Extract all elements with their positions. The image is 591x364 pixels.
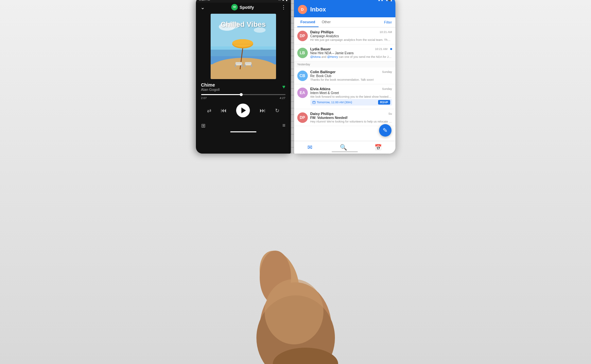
sender-name-5: Daisy Phillips [310,112,334,116]
more-icon[interactable]: ⋮ [281,4,286,10]
email-subject-4: Intern Meet & Greet [310,91,392,95]
svg-rect-31 [291,16,294,17]
mention-henry: @Henry [327,55,338,58]
email-subject-5: FW: Volunteers Needed! [310,116,392,120]
email-screen: ▲▲ ▲ ▮ D Inbox Focused Oth [294,0,395,154]
progress-fill [201,94,242,95]
svg-rect-49 [291,134,294,135]
filter-button[interactable]: Filter [384,20,392,24]
nav-search-icon[interactable]: 🔍 [340,144,347,151]
album-art[interactable]: Chilled Vibes [211,14,276,79]
spotify-status-bar: 6:18 PM ✉ ▲ ▮ [196,0,291,3]
spotify-header: ⌄ Spotify ⋮ [196,3,291,12]
svg-rect-44 [291,101,294,102]
svg-rect-40 [291,75,294,76]
play-button[interactable] [236,104,250,117]
repeat-button[interactable]: ↻ [275,108,279,114]
queue-icon[interactable]: ≡ [282,123,285,129]
total-time: 4:27 [280,96,286,100]
svg-rect-22 [241,64,243,67]
current-time: 2:07 [201,96,207,100]
devices-icon[interactable]: ⊞ [201,123,205,129]
email-item[interactable]: DP Daisy Phillips 10:21 AM Campaign Anal… [294,27,395,44]
track-info: Chime Alan Gogoll ♥ [196,82,291,91]
svg-rect-42 [291,88,294,89]
svg-rect-45 [291,108,294,108]
msg-icon: ✉ [278,0,281,1]
email-time-3: Sunday [382,70,392,74]
calendar-chip[interactable]: Tomorrow, 11:00 AM (30m) RSVP [310,99,392,106]
progress-track[interactable] [201,94,286,95]
home-indicator-left [230,131,256,132]
email-preview-5: Hey Alumni! We're looking for volunteers… [310,120,392,123]
nav-calendar-icon[interactable]: 📅 [374,144,382,151]
svg-rect-34 [291,36,294,37]
svg-rect-36 [291,49,294,50]
svg-rect-24 [245,63,252,63]
email-content-1: Daisy Phillips 10:21 AM Campaign Analyti… [310,30,392,41]
sender-row-1: Daisy Phillips 10:21 AM [310,30,392,34]
email-list: DP Daisy Phillips 10:21 AM Campaign Anal… [294,27,395,126]
compose-button[interactable]: ✎ [379,124,391,137]
inbox-title: Inbox [310,6,326,13]
play-icon [241,108,246,113]
email-header: D Inbox [294,2,395,17]
chevron-down-icon[interactable]: ⌄ [200,4,205,10]
progress-container[interactable]: 2:07 4:27 [196,93,291,101]
track-name: Chime [201,82,220,88]
svg-rect-30 [291,10,294,10]
sender-name-4: Elvia Atkins [310,87,331,91]
tab-other[interactable]: Other [319,17,334,27]
sender-name-1: Daisy Phillips [310,30,334,34]
status-icons: ✉ ▲ ▮ [278,0,287,1]
scene: 6:18 PM ✉ ▲ ▮ ⌄ [0,0,591,364]
sender-name-2: Lydia Bauer [310,47,331,51]
svg-rect-38 [291,62,294,63]
email-subject-3: Re: Book Club [310,74,392,78]
svg-rect-21 [235,64,236,67]
email-preview-3: Thanks for the book recommendation. Talk… [310,78,392,81]
battery-icon: ▮ [286,0,287,1]
nav-mail-icon[interactable]: ✉ [307,144,312,151]
svg-rect-37 [291,56,294,56]
time-labels: 2:07 4:27 [201,96,286,100]
email-preview-4: We look forward to welcoming you to the … [310,95,392,98]
prev-button[interactable]: ⏮ [221,107,227,114]
svg-rect-43 [291,95,294,95]
spotify-icon [231,4,238,10]
email-tabs: Focused Other Filter [294,17,395,27]
user-avatar[interactable]: D [298,5,307,14]
sender-row-5: Daisy Phillips Su [310,112,392,116]
email-item-5[interactable]: DP Daisy Phillips Su FW: Volunteers Need… [294,109,395,126]
email-content-3: Colin Ballinger Sunday Re: Book Club Tha… [310,70,392,81]
email-item-3[interactable]: CB Colin Ballinger Sunday Re: Book Club … [294,67,395,84]
svg-rect-32 [291,23,294,24]
svg-rect-48 [291,127,294,128]
email-time-4: Sunday [382,87,392,91]
calendar-event-text: Tomorrow, 11:00 AM (30m) [312,101,352,104]
svg-rect-23 [245,62,252,65]
devices-container: 6:18 PM ✉ ▲ ▮ ⌄ [196,16,395,154]
svg-rect-12 [211,50,276,56]
avatar-daisy-1: DP [297,31,308,41]
sender-row-2: Lydia Bauer 10:21 AM [310,47,392,51]
email-preview-1: Hi! We just got campaign analytics from … [310,38,392,41]
like-icon[interactable]: ♥ [282,84,286,90]
mention-mona: @Mona [310,55,321,58]
svg-rect-52 [313,101,315,104]
svg-rect-14 [211,64,276,79]
email-time-5: Su [388,112,392,115]
sender-row-4: Elvia Atkins Sunday [310,87,392,91]
rsvp-button[interactable]: RSVP [378,100,390,105]
email-subject-2: New Hire NDA – Jamie Evans [310,51,392,55]
email-item-4[interactable]: EA Elvia Atkins Sunday Intern Meet & Gre… [294,84,395,109]
email-preview-2: @Mona and @Henry can one of you send me … [310,55,392,58]
tab-focused[interactable]: Focused [297,17,319,27]
track-artist: Alan Gogoll [201,88,220,91]
avatar-daisy-2: DP [297,112,308,123]
email-item-2[interactable]: LB Lydia Bauer 10:21 AM New Hire NDA – J… [294,44,395,61]
dual-device: 6:18 PM ✉ ▲ ▮ ⌄ [196,0,395,154]
next-button[interactable]: ⏭ [260,107,266,114]
avatar-elvia: EA [297,88,308,98]
shuffle-button[interactable]: ⇄ [207,108,211,114]
